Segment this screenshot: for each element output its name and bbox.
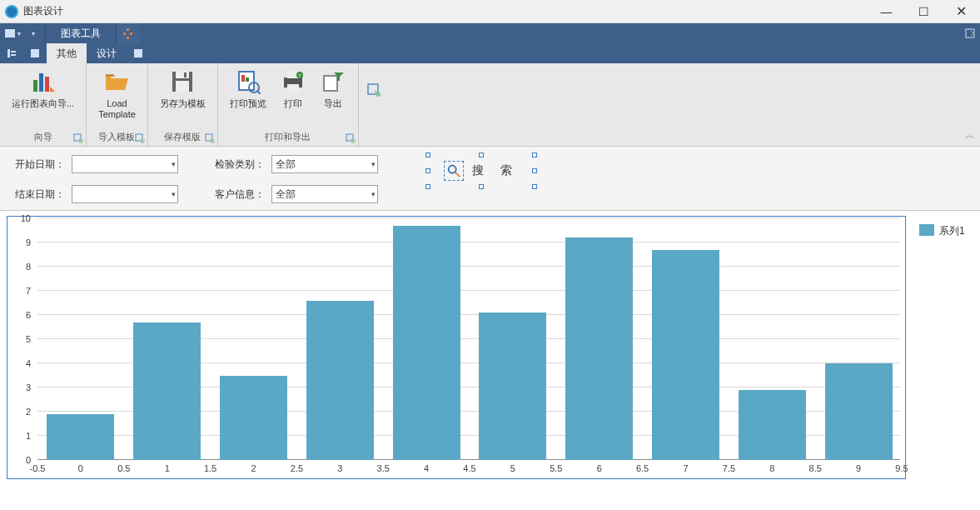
x-tick: 8	[769, 463, 774, 473]
x-tick: 0	[78, 463, 83, 473]
tab-design[interactable]: 设计	[87, 43, 127, 63]
y-axis: 012345678910	[7, 220, 34, 460]
start-date-label: 开始日期	[12, 158, 65, 172]
bar-chart-icon	[30, 68, 57, 95]
save-icon	[169, 68, 196, 95]
export-icon	[320, 68, 346, 95]
chart-box[interactable]: 012345678910 -0.500.511.522.533.544.555.…	[7, 216, 906, 479]
svg-rect-27	[324, 76, 337, 91]
x-tick: 2.5	[291, 463, 303, 473]
chart-bar[interactable]	[47, 414, 114, 460]
svg-rect-13	[176, 72, 189, 78]
legend-label: 系列1	[939, 224, 965, 238]
print-preview-button[interactable]: 打印预览	[225, 67, 271, 111]
titlebar: 图表设计 — ☐ ✕	[0, 0, 980, 23]
svg-rect-9	[45, 77, 49, 92]
customer-label: 客户信息	[211, 188, 265, 202]
ribbon-collapse-button[interactable]: ︿	[965, 128, 975, 142]
svg-rect-5	[31, 49, 39, 58]
y-tick: 1	[26, 431, 31, 441]
print-button[interactable]: ? 打印	[275, 67, 311, 111]
x-axis: -0.500.511.522.533.544.555.566.577.588.5…	[37, 462, 900, 478]
group-launcher-icon[interactable]	[73, 133, 83, 143]
group-launcher-icon[interactable]	[205, 133, 215, 143]
x-tick: 7	[683, 463, 688, 473]
close-button[interactable]: ✕	[943, 0, 980, 23]
ribbon-group-print-export: 打印预览 ? 打印	[218, 63, 359, 146]
x-tick: -0.5	[30, 463, 46, 473]
tab-other[interactable]: 其他	[47, 43, 87, 63]
y-tick: 9	[26, 238, 31, 248]
ribbon-right-icon[interactable]	[960, 23, 980, 43]
x-tick: 4	[424, 463, 429, 473]
chart-bar[interactable]	[220, 376, 287, 461]
chart-bar[interactable]	[393, 226, 460, 460]
qat-file-button[interactable]: ▾	[3, 25, 22, 42]
y-tick: 7	[26, 286, 31, 296]
ribbon-tab-row: 其他 设计	[0, 43, 980, 63]
x-tick: 8.5	[809, 463, 822, 473]
chart-bar[interactable]	[652, 250, 719, 460]
ribbon-mini-1[interactable]	[0, 43, 23, 63]
ribbon-group-wizard: 运行图表向导... 向导	[0, 63, 87, 146]
svg-rect-3	[11, 51, 16, 52]
load-template-button[interactable]: Load Template	[93, 67, 141, 122]
x-tick: 3.5	[377, 463, 390, 473]
y-tick: 8	[26, 262, 31, 272]
x-tick: 6	[597, 463, 602, 473]
filter-bar: 开始日期 ▾ 结束日期 ▾ 检验类别 全部▾ 客户信息 全部▾ 搜 索	[0, 147, 980, 211]
test-type-select[interactable]: 全部▾	[271, 155, 378, 173]
qat-orange-button[interactable]	[117, 23, 140, 43]
start-date-input[interactable]: ▾	[72, 155, 178, 173]
group-launcher-icon[interactable]	[135, 133, 145, 143]
run-chart-wizard-button[interactable]: 运行图表向导...	[7, 67, 79, 111]
maximize-button[interactable]: ☐	[905, 0, 943, 23]
x-tick: 9.5	[895, 463, 908, 473]
chart-bar[interactable]	[565, 238, 633, 460]
y-tick: 2	[26, 407, 31, 417]
dropdown-icon: ▾	[172, 160, 176, 168]
ribbon-mini-3[interactable]	[127, 43, 150, 63]
chart-bar[interactable]	[133, 322, 201, 460]
export-button[interactable]: 导出	[315, 67, 351, 111]
ribbon-body: 运行图表向导... 向导 Load Template 导入模板	[0, 63, 980, 147]
svg-rect-6	[134, 49, 142, 58]
qat-dropdown[interactable]: ▾	[23, 25, 42, 42]
folder-open-icon	[103, 68, 130, 95]
end-date-input[interactable]: ▾	[72, 185, 178, 203]
chart-bar[interactable]	[739, 390, 806, 460]
x-tick: 3	[337, 463, 342, 473]
x-tick: 0.5	[117, 463, 130, 473]
ribbon-mini-2[interactable]	[23, 43, 47, 63]
x-tick: 7.5	[723, 463, 735, 473]
search-button-selected[interactable]: 搜 索	[428, 155, 535, 187]
group-launcher-icon[interactable]	[346, 133, 356, 143]
svg-line-32	[455, 172, 460, 177]
save-as-template-button[interactable]: 另存为模板	[155, 67, 211, 111]
chart-bar[interactable]	[306, 301, 374, 460]
test-type-label: 检验类别	[211, 158, 265, 172]
customer-select[interactable]: 全部▾	[271, 185, 378, 203]
svg-rect-4	[11, 54, 16, 56]
chart-bar[interactable]	[825, 363, 893, 460]
search-label: 搜 索	[472, 163, 519, 178]
app-icon	[5, 5, 18, 18]
svg-point-31	[449, 166, 456, 173]
x-tick: 6.5	[636, 463, 649, 473]
ribbon-context-title: 图表工具	[45, 23, 117, 43]
svg-rect-20	[241, 75, 245, 82]
x-tick: 5.5	[550, 463, 562, 473]
x-tick: 5	[510, 463, 515, 473]
y-tick: 3	[26, 382, 31, 392]
ribbon-extra-button[interactable]	[364, 80, 384, 100]
y-tick: 6	[26, 310, 31, 320]
legend: 系列1	[919, 216, 965, 484]
minimize-button[interactable]: —	[868, 0, 905, 23]
y-tick: 10	[21, 213, 31, 223]
chart-bar[interactable]	[479, 312, 546, 460]
window-title: 图表设计	[23, 4, 63, 18]
dropdown-icon: ▾	[371, 190, 376, 198]
svg-rect-14	[176, 81, 189, 92]
x-tick: 4.5	[463, 463, 475, 473]
ribbon-group-import: Load Template 导入模板	[87, 63, 148, 146]
